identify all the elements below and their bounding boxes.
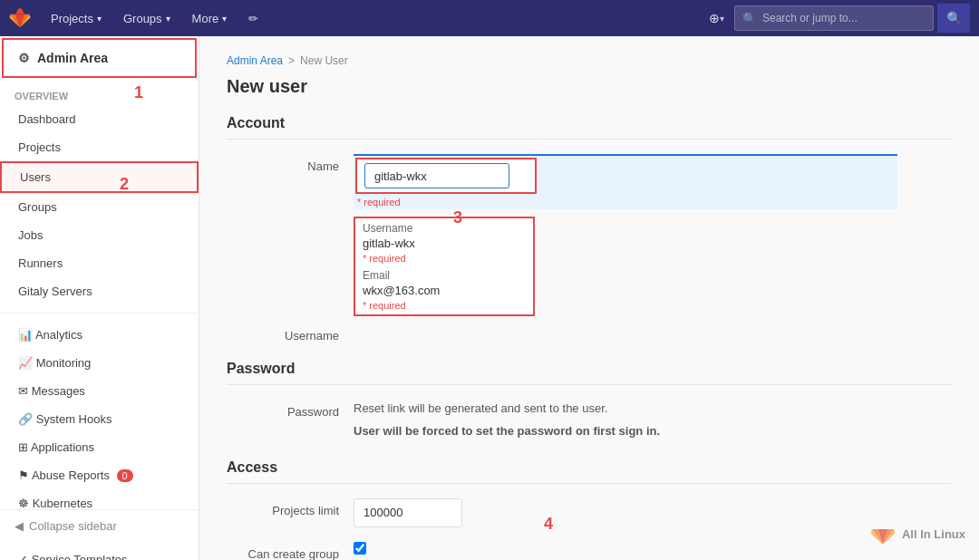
nav-groups[interactable]: Groups ▾	[112, 0, 181, 36]
sidebar-item-runners[interactable]: Runners	[0, 249, 199, 277]
sidebar-item-projects[interactable]: Projects	[0, 133, 199, 161]
sidebar: 1 ⚙ Admin Area Overview Dashboard Projec…	[0, 36, 199, 560]
nav-more[interactable]: More ▾	[181, 0, 238, 36]
nav-edit[interactable]: ✏	[237, 0, 269, 36]
gitlab-logo[interactable]	[9, 7, 31, 29]
access-section-title: Access	[227, 459, 952, 484]
username-required: * required	[363, 253, 526, 264]
sidebar-item-analytics[interactable]: 📊 Analytics	[0, 321, 199, 349]
projects-limit-group: Projects limit	[227, 498, 952, 527]
sidebar-item-system-hooks[interactable]: 🔗 System Hooks	[0, 405, 199, 433]
password-label: Password	[227, 400, 354, 419]
can-create-group-label: Can create group	[227, 542, 354, 560]
search-submit-button[interactable]: 🔍	[937, 4, 970, 33]
email-required: * required	[363, 300, 526, 311]
topnav-right: ⊕ ▾ 🔍 Search or jump to... 🔍	[702, 4, 970, 33]
plus-button[interactable]: ⊕ ▾	[702, 4, 731, 33]
password-section-title: Password	[227, 361, 952, 385]
annotation-2: 2	[120, 175, 129, 194]
sidebar-item-abuse-reports[interactable]: ⚑ Abuse Reports 0	[0, 461, 199, 489]
sidebar-item-messages[interactable]: ✉ Messages	[0, 377, 199, 405]
abuse-badge: 0	[117, 469, 133, 482]
messages-icon: ✉	[18, 384, 32, 398]
search-bar[interactable]: 🔍 Search or jump to...	[734, 5, 934, 31]
sidebar-item-monitoring[interactable]: 📈 Monitoring	[0, 349, 199, 377]
password-note: Reset link will be generated and sent to…	[354, 400, 897, 441]
breadcrumb: Admin Area > New User	[227, 54, 952, 67]
access-section: Access Projects limit Can create group	[227, 459, 952, 560]
name-label: Name	[227, 154, 354, 173]
sidebar-item-gitaly-servers[interactable]: Gitaly Servers	[0, 277, 199, 305]
annotation-3: 3	[453, 208, 462, 227]
projects-limit-input[interactable]	[354, 498, 462, 527]
breadcrumb-separator: >	[288, 54, 295, 67]
groups-chevron: ▾	[166, 14, 170, 24]
account-section: Account Name * required Username git	[227, 115, 952, 316]
name-form-group: Name * required Username gitlab-wkx * re…	[227, 154, 952, 316]
name-input[interactable]	[364, 163, 509, 188]
username-value-display: gitlab-wkx	[363, 237, 526, 250]
sidebar-item-users[interactable]: Users	[0, 161, 199, 193]
admin-icon: ⚙	[18, 51, 30, 65]
sidebar-item-dashboard[interactable]: Dashboard	[0, 105, 199, 133]
more-chevron: ▾	[222, 14, 227, 24]
can-create-group-form-group: Can create group	[227, 542, 952, 560]
email-label-inner: Email	[363, 269, 526, 282]
projects-limit-label: Projects limit	[227, 498, 354, 517]
email-value-display: wkx@163.com	[363, 284, 526, 297]
applications-icon: ⊞	[18, 440, 31, 454]
plus-icon: ⊕	[709, 11, 720, 25]
service-icon: ✓	[18, 553, 32, 560]
kubernetes-icon: ☸	[18, 497, 33, 510]
main-content: 3 4 Admin Area > New User New user Accou…	[199, 36, 979, 560]
username-label-inner: Username	[363, 222, 526, 235]
sidebar-item-applications[interactable]: ⊞ Applications	[0, 433, 199, 461]
sidebar-item-jobs[interactable]: Jobs	[0, 221, 199, 249]
password-line1: Reset link will be generated and sent to…	[354, 400, 897, 419]
search-placeholder: Search or jump to...	[762, 12, 858, 24]
name-field-wrap: * required Username gitlab-wkx * require…	[354, 154, 897, 316]
top-navigation: Projects ▾ Groups ▾ More ▾ ✏ ⊕ ▾ 🔍 Searc…	[0, 0, 979, 36]
password-form-group: Password Reset link will be generated an…	[227, 400, 952, 441]
can-create-group-checkbox[interactable]	[354, 542, 366, 555]
projects-limit-wrap	[354, 498, 897, 527]
page-title: New user	[227, 76, 952, 97]
collapse-icon: ◀	[15, 519, 24, 533]
sidebar-item-service-templates[interactable]: ✓ Service Templates	[0, 546, 199, 560]
can-create-group-checkbox-row	[354, 542, 897, 555]
search-icon: 🔍	[742, 12, 757, 25]
username-form-group: Username	[227, 323, 952, 343]
abuse-icon: ⚑	[18, 468, 32, 482]
annotation-4: 4	[544, 515, 553, 534]
monitoring-icon: 📈	[18, 356, 36, 370]
name-required: * required	[357, 197, 896, 208]
collapse-sidebar-button[interactable]: ◀ Collapse sidebar	[0, 509, 199, 542]
overview-section-label: Overview	[0, 80, 199, 105]
account-section-title: Account	[227, 115, 952, 140]
annotation-1: 1	[134, 83, 143, 102]
pen-icon: ✏	[248, 12, 258, 25]
can-create-group-wrap	[354, 542, 897, 555]
hooks-icon: 🔗	[18, 412, 36, 426]
projects-chevron: ▾	[97, 14, 102, 24]
nav-projects[interactable]: Projects ▾	[40, 0, 112, 36]
password-section: Password Password Reset link will be gen…	[227, 361, 952, 441]
sidebar-admin-area[interactable]: ⚙ Admin Area	[2, 38, 197, 78]
sidebar-divider-1	[0, 313, 199, 314]
breadcrumb-current: New User	[300, 54, 348, 67]
analytics-icon: 📊	[18, 328, 35, 342]
password-note-wrap: Reset link will be generated and sent to…	[354, 400, 897, 441]
password-line2: User will be forced to set the password …	[354, 422, 897, 441]
breadcrumb-admin-area[interactable]: Admin Area	[227, 54, 283, 67]
sidebar-item-groups[interactable]: Groups	[0, 193, 199, 221]
username-label: Username	[227, 323, 354, 343]
